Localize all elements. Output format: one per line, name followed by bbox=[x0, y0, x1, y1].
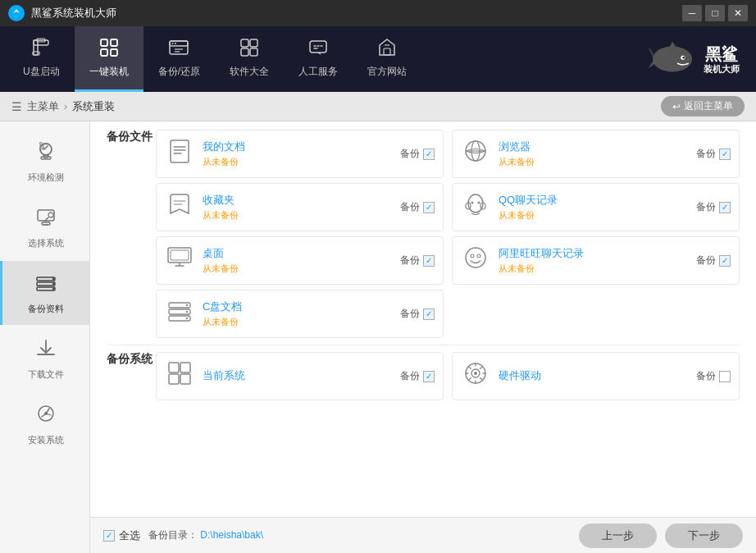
next-button[interactable]: 下一步 bbox=[665, 523, 743, 548]
sidebar-item-install[interactable]: 安装系统 bbox=[0, 392, 89, 456]
ali-icon bbox=[461, 244, 490, 277]
footer-buttons: 上一步 下一步 bbox=[579, 523, 743, 548]
svg-point-46 bbox=[471, 202, 474, 204]
desktop-backup-label: 备份 bbox=[400, 254, 420, 267]
footer-bar: ✓ 全选 备份目录： D:\heisha\bak\ 上一步 下一步 bbox=[90, 517, 756, 553]
svg-point-51 bbox=[471, 254, 474, 258]
nav-item-usb[interactable]: U盘启动 bbox=[8, 26, 75, 92]
backup-item-hardware: 硬件驱动 备份 bbox=[452, 352, 740, 400]
nav-item-service[interactable]: 人工服务 bbox=[284, 26, 353, 92]
main-layout: 环境检测 选择系统 bbox=[0, 121, 756, 553]
nav-item-onekey[interactable]: 一键装机 bbox=[75, 26, 143, 92]
ali-status: 从未备份 bbox=[499, 263, 688, 275]
svg-point-47 bbox=[478, 202, 480, 204]
backup-item-desktop: 桌面 从未备份 备份 ✓ bbox=[156, 236, 444, 285]
browser-name: 浏览器 bbox=[499, 139, 688, 154]
sys-checkbox[interactable]: ✓ bbox=[423, 371, 435, 382]
section-divider bbox=[107, 345, 740, 345]
svg-rect-60 bbox=[180, 363, 190, 372]
sys-name: 当前系统 bbox=[203, 368, 392, 383]
sidebar-item-download[interactable]: 下载文件 bbox=[0, 327, 89, 391]
close-button[interactable]: ✕ bbox=[728, 5, 748, 21]
backup-files-label: 备份文件 bbox=[107, 130, 156, 144]
sidebar-item-env-label: 环境检测 bbox=[28, 171, 64, 184]
backup-system-label: 备份系统 bbox=[107, 352, 156, 367]
back-arrow-icon: ↩ bbox=[672, 101, 681, 112]
nav-item-website[interactable]: 官方网站 bbox=[353, 26, 421, 92]
breadcrumb: ☰ 主菜单 › 系统重装 ↩ 返回主菜单 bbox=[0, 92, 756, 121]
sidebar: 环境检测 选择系统 bbox=[0, 121, 90, 553]
backup-item-browser: 浏览器 从未备份 备份 ✓ bbox=[452, 130, 740, 178]
sidebar-item-backup[interactable]: 备份资料 bbox=[0, 261, 89, 325]
backup-item-qq: QQ聊天记录 从未备份 备份 ✓ bbox=[452, 183, 740, 231]
sidebar-item-system[interactable]: 选择系统 bbox=[0, 195, 89, 259]
qq-backup-label: 备份 bbox=[696, 200, 716, 214]
svg-point-36 bbox=[52, 283, 54, 285]
svg-rect-17 bbox=[250, 48, 257, 56]
nav-item-usb-label: U盘启动 bbox=[23, 65, 60, 79]
browser-status: 从未备份 bbox=[499, 156, 688, 168]
my-docs-status: 从未备份 bbox=[203, 156, 392, 168]
env-icon bbox=[34, 139, 57, 167]
svg-rect-62 bbox=[180, 374, 190, 384]
app-title: 黑鲨系统装机大师 bbox=[31, 6, 116, 21]
browser-checkbox[interactable]: ✓ bbox=[719, 149, 731, 160]
svg-point-65 bbox=[474, 372, 477, 375]
favorites-status: 从未备份 bbox=[203, 209, 392, 222]
svg-point-56 bbox=[186, 304, 188, 306]
service-icon bbox=[307, 37, 329, 62]
title-bar-controls: ─ □ ✕ bbox=[682, 5, 748, 21]
svg-rect-18 bbox=[310, 41, 326, 53]
usb-icon bbox=[30, 37, 52, 62]
system-icon bbox=[34, 205, 57, 233]
favorites-checkbox[interactable]: ✓ bbox=[423, 202, 435, 213]
install-icon bbox=[34, 402, 57, 430]
onekey-icon bbox=[98, 37, 120, 62]
my-docs-checkbox[interactable]: ✓ bbox=[423, 149, 435, 160]
backup-dir: 备份目录： D:\heisha\bak\ bbox=[148, 528, 571, 542]
back-to-home-button[interactable]: ↩ 返回主菜单 bbox=[661, 96, 745, 117]
back-button-label: 返回主菜单 bbox=[684, 99, 733, 113]
sidebar-item-env[interactable]: 环境检测 bbox=[0, 130, 89, 194]
website-icon bbox=[376, 37, 398, 62]
nav-item-backup[interactable]: 备份/还原 bbox=[143, 26, 215, 92]
ali-checkbox[interactable]: ✓ bbox=[719, 255, 731, 267]
hardware-checkbox[interactable] bbox=[719, 371, 731, 382]
app-logo bbox=[8, 5, 25, 21]
svg-point-58 bbox=[186, 318, 188, 319]
backup-dir-label: 备份目录： bbox=[148, 529, 198, 541]
backup-item-my-docs: 我的文档 从未备份 备份 ✓ bbox=[156, 130, 444, 178]
svg-point-13 bbox=[175, 43, 176, 44]
svg-point-50 bbox=[466, 248, 485, 267]
title-bar-left: 黑鲨系统装机大师 bbox=[8, 5, 116, 21]
nav-item-service-label: 人工服务 bbox=[298, 65, 338, 79]
sys-backup-label: 备份 bbox=[400, 369, 420, 383]
desktop-checkbox[interactable]: ✓ bbox=[423, 255, 435, 267]
title-bar: 黑鲨系统装机大师 ─ □ ✕ bbox=[0, 0, 756, 26]
select-all-checkbox[interactable]: ✓ bbox=[103, 530, 115, 542]
select-all-area: ✓ 全选 bbox=[103, 528, 140, 543]
maximize-button[interactable]: □ bbox=[705, 5, 725, 21]
content-area: 备份文件 我的文档 从未备份 bbox=[90, 121, 756, 553]
hardware-name: 硬件驱动 bbox=[499, 368, 688, 383]
breadcrumb-home[interactable]: 主菜单 bbox=[27, 99, 59, 114]
brand-logo: 黑鲨 装机大师 bbox=[648, 37, 740, 82]
backup-dir-path[interactable]: D:\heisha\bak\ bbox=[200, 529, 263, 541]
minimize-button[interactable]: ─ bbox=[682, 5, 702, 21]
svg-rect-7 bbox=[111, 39, 117, 46]
svg-rect-33 bbox=[37, 282, 55, 286]
svg-point-31 bbox=[48, 213, 53, 217]
my-docs-name: 我的文档 bbox=[203, 139, 392, 154]
cdisk-status: 从未备份 bbox=[203, 316, 392, 328]
nav-item-software[interactable]: 软件大全 bbox=[215, 26, 284, 92]
qq-checkbox[interactable]: ✓ bbox=[719, 202, 731, 213]
cdisk-checkbox[interactable]: ✓ bbox=[423, 308, 435, 320]
prev-button[interactable]: 上一步 bbox=[579, 523, 657, 548]
nav-item-software-label: 软件大全 bbox=[230, 65, 269, 79]
svg-point-57 bbox=[186, 311, 188, 313]
nav-item-website-label: 官方网站 bbox=[367, 65, 407, 79]
svg-point-39 bbox=[44, 412, 48, 415]
sidebar-item-install-label: 安装系统 bbox=[28, 434, 64, 446]
svg-point-37 bbox=[52, 288, 54, 290]
svg-rect-40 bbox=[171, 140, 189, 162]
